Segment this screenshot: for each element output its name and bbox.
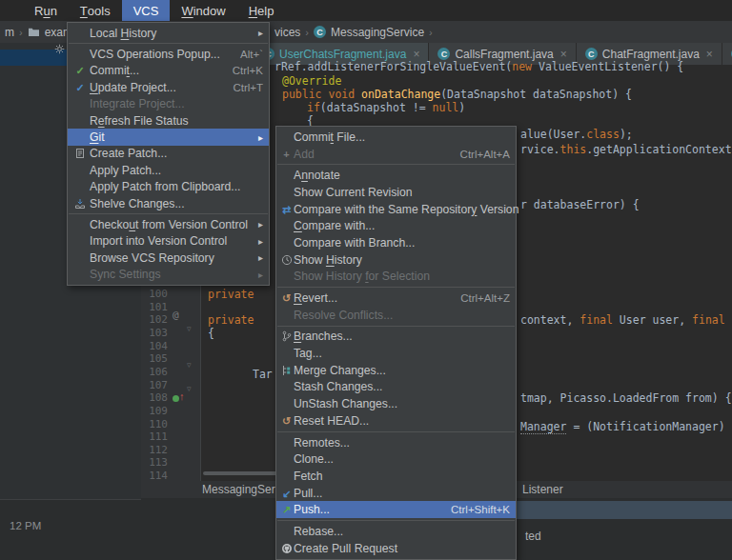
menu-item-annotate[interactable]: Annotate [276, 167, 516, 184]
menu-item-show-history[interactable]: Show History [276, 251, 516, 269]
breadcrumb-package[interactable]: vices [274, 26, 300, 39]
menu-item-label: Apply Patch... [90, 164, 161, 177]
menu-item-apply-patch[interactable]: Apply Patch... [68, 162, 269, 178]
menu-item-merge-changes[interactable]: Merge Changes... [276, 362, 516, 379]
code-token-kw: new [512, 60, 532, 73]
code-token-ann: @Override [282, 74, 341, 88]
menu-item-import-into-version-control[interactable]: Import into Version Control▸ [68, 233, 269, 250]
fold-marker-icon[interactable]: ▿ [187, 360, 192, 370]
panel-divider [0, 499, 141, 500]
menu-item-right: ▸ [258, 270, 263, 280]
menu-item-compare-with[interactable]: Compare with... [276, 217, 516, 234]
menu-item-unstash-changes[interactable]: UnStash Changes... [276, 395, 516, 412]
menu-item-tag[interactable]: Tag... [276, 345, 516, 362]
menu-item-pull[interactable]: ↙Pull... [276, 485, 516, 502]
menu-item-checkout-from-version-control[interactable]: Checkout from Version Control▸ [68, 216, 269, 232]
menubar-item-vcs[interactable]: VCS [122, 0, 171, 21]
close-icon[interactable]: × [560, 48, 567, 61]
submenu-arrow-icon: ▸ [258, 252, 263, 263]
menu-item-create-patch[interactable]: Create Patch... [68, 146, 269, 162]
gear-icon[interactable] [54, 41, 65, 51]
menu-item-label: Reset HEAD... [294, 414, 369, 428]
menu-item-refresh-file-status[interactable]: Refresh File Status [68, 112, 269, 129]
menu-item-label: Show Current Revision [294, 186, 413, 199]
menu-item-rebase[interactable]: Rebase... [276, 523, 516, 540]
breadcrumb-bottom-left[interactable]: MessagingSer [202, 483, 275, 496]
close-icon[interactable]: × [413, 48, 419, 61]
menu-item-commit-file[interactable]: Commit File... [276, 129, 516, 146]
menu-item-browse-vcs-repository[interactable]: Browse VCS Repository▸ [68, 250, 269, 266]
submenu-arrow-icon: ▸ [258, 219, 263, 230]
menu-item-apply-patch-from-clipboard[interactable]: Apply Patch from Clipboard... [68, 179, 269, 195]
toolwindow-selected-row[interactable] [517, 501, 732, 519]
menu-item-label: Tag... [294, 347, 322, 360]
override-arrow-icon: ↑ [179, 390, 185, 402]
menu-item-git[interactable]: Git▸ [68, 129, 269, 145]
menu-item-label: Compare with... [294, 219, 375, 232]
line-number: 101 [143, 301, 168, 313]
line-number: 102 [143, 313, 168, 326]
menubar-item-run[interactable]: Run [23, 0, 69, 21]
menu-item-remotes[interactable]: Remotes... [276, 434, 516, 451]
close-icon[interactable]: × [706, 48, 713, 61]
menu-item-revert[interactable]: ↺Revert...Ctrl+Alt+Z [276, 290, 516, 307]
menu-item-sync-settings: Sync Settings▸ [68, 266, 269, 282]
compare-icon: ⇄ [279, 204, 294, 215]
tab-instan[interactable]: CInstan [722, 43, 732, 65]
breadcrumb-module[interactable]: m [5, 26, 14, 39]
shortcut-hint: Ctrl+T [233, 82, 263, 93]
tab-label: UserChatsFragment.java [279, 48, 406, 61]
line-number: 113 [143, 456, 168, 469]
fold-marker-icon[interactable]: ▿ [187, 384, 192, 393]
menu-item-label: Clone... [294, 452, 334, 466]
menu-item-shelve-changes[interactable]: Shelve Changes... [68, 195, 269, 211]
chevron-right-icon: › [305, 27, 309, 38]
menu-item-label: Add [294, 148, 315, 161]
line-number: 111 [143, 430, 168, 443]
menu-separator [69, 213, 268, 214]
menubar-item-help[interactable]: Help [237, 0, 286, 21]
code-fragment: public void onDataChange(DataSnapshot da… [282, 88, 632, 101]
menu-item-branches[interactable]: Branches... [276, 329, 516, 346]
code-fragment: rvice.this.getApplicationContext [520, 143, 732, 156]
menu-item-show-current-revision[interactable]: Show Current Revision [276, 184, 516, 201]
menu-item-vcs-operations-popup[interactable]: VCS Operations Popup...Alt+` [68, 46, 269, 62]
menu-item-right: Ctrl+Shift+K [451, 504, 510, 515]
line-number: 105 [143, 352, 168, 365]
fold-marker-icon[interactable]: ▿ [187, 324, 192, 333]
menu-item-push[interactable]: ↗Push...Ctrl+Shift+K [276, 501, 516, 518]
menu-separator [277, 431, 515, 432]
menu-item-clone[interactable]: Clone... [276, 450, 516, 468]
menubar-item-tools[interactable]: Tools [69, 0, 122, 21]
menubar-item-window[interactable]: Window [170, 0, 236, 21]
submenu-arrow-icon: ▸ [258, 236, 263, 247]
menu-item-reset-head[interactable]: ↺Reset HEAD... [276, 412, 516, 430]
menu-item-fetch[interactable]: Fetch [276, 468, 516, 485]
code-fragment: if(dataSnapshot != null) [307, 101, 465, 114]
menu-item-stash-changes[interactable]: Stash Changes... [276, 379, 516, 396]
menu-separator [277, 520, 515, 521]
menu-item-label: Show History [294, 253, 362, 267]
menu-item-create-pull-request[interactable]: Create Pull Request [276, 540, 516, 557]
shortcut-hint: Ctrl+Shift+K [451, 504, 510, 515]
menu-item-integrate-project: Integrate Project... [68, 96, 269, 112]
menu-item-commit[interactable]: ✓Commit...Ctrl+K [68, 63, 269, 79]
breadcrumb-bottom-right[interactable]: Listener [522, 483, 563, 496]
menu-item-label: Pull... [294, 487, 322, 500]
menu-item-update-project[interactable]: ✓Update Project...Ctrl+T [68, 79, 269, 95]
menu-item-label: Merge Changes... [294, 364, 386, 377]
menu-item-local-history[interactable]: Local History▸ [68, 25, 269, 41]
line-number: 107 [143, 379, 168, 391]
main-menu-bar: RunToolsVCSWindowHelp [0, 0, 732, 21]
submenu-arrow-icon: ▸ [258, 132, 263, 143]
menu-item-compare-with-branch[interactable]: Compare with Branch... [276, 234, 516, 251]
code-token-kw: private [208, 313, 254, 327]
code-fragment: private [208, 288, 254, 301]
override-marker-icon[interactable] [173, 395, 179, 402]
menu-item-label: Create Pull Request [294, 542, 397, 555]
menu-item-label: Checkout from Version Control [90, 218, 248, 231]
breadcrumb-class[interactable]: MessagingService [331, 26, 424, 39]
menu-item-right: Ctrl+T [233, 82, 263, 93]
menu-item-compare-with-the-same-repository-version[interactable]: ⇄Compare with the Same Repository Versio… [276, 201, 516, 218]
menu-item-label: Browse VCS Repository [90, 251, 214, 265]
